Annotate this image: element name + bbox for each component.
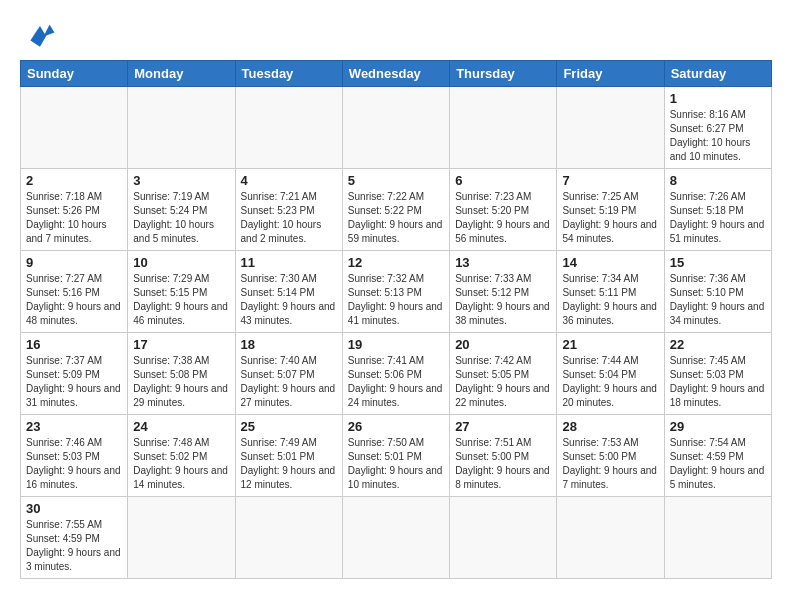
day-info: Sunrise: 7:40 AM Sunset: 5:07 PM Dayligh… [241,354,337,410]
weekday-header-friday: Friday [557,61,664,87]
day-info: Sunrise: 7:25 AM Sunset: 5:19 PM Dayligh… [562,190,658,246]
calendar-cell: 19Sunrise: 7:41 AM Sunset: 5:06 PM Dayli… [342,333,449,415]
calendar-cell: 14Sunrise: 7:34 AM Sunset: 5:11 PM Dayli… [557,251,664,333]
calendar-cell [342,497,449,579]
day-info: Sunrise: 7:38 AM Sunset: 5:08 PM Dayligh… [133,354,229,410]
day-number: 24 [133,419,229,434]
day-number: 28 [562,419,658,434]
calendar-cell: 9Sunrise: 7:27 AM Sunset: 5:16 PM Daylig… [21,251,128,333]
calendar-cell: 1Sunrise: 8:16 AM Sunset: 6:27 PM Daylig… [664,87,771,169]
day-number: 25 [241,419,337,434]
day-info: Sunrise: 7:46 AM Sunset: 5:03 PM Dayligh… [26,436,122,492]
calendar-cell: 5Sunrise: 7:22 AM Sunset: 5:22 PM Daylig… [342,169,449,251]
calendar-cell: 11Sunrise: 7:30 AM Sunset: 5:14 PM Dayli… [235,251,342,333]
calendar-cell [342,87,449,169]
calendar-cell: 2Sunrise: 7:18 AM Sunset: 5:26 PM Daylig… [21,169,128,251]
weekday-header-tuesday: Tuesday [235,61,342,87]
calendar-cell [235,497,342,579]
calendar-cell: 20Sunrise: 7:42 AM Sunset: 5:05 PM Dayli… [450,333,557,415]
calendar-cell [21,87,128,169]
svg-marker-0 [30,24,54,46]
weekday-header-thursday: Thursday [450,61,557,87]
calendar-cell: 21Sunrise: 7:44 AM Sunset: 5:04 PM Dayli… [557,333,664,415]
calendar-cell [557,497,664,579]
day-info: Sunrise: 7:37 AM Sunset: 5:09 PM Dayligh… [26,354,122,410]
calendar-cell [664,497,771,579]
day-info: Sunrise: 7:27 AM Sunset: 5:16 PM Dayligh… [26,272,122,328]
day-info: Sunrise: 7:45 AM Sunset: 5:03 PM Dayligh… [670,354,766,410]
day-number: 18 [241,337,337,352]
day-number: 2 [26,173,122,188]
day-info: Sunrise: 7:18 AM Sunset: 5:26 PM Dayligh… [26,190,122,246]
calendar-cell [450,497,557,579]
day-number: 4 [241,173,337,188]
day-info: Sunrise: 7:49 AM Sunset: 5:01 PM Dayligh… [241,436,337,492]
calendar-cell [235,87,342,169]
calendar-cell [128,87,235,169]
week-row-0: 1Sunrise: 8:16 AM Sunset: 6:27 PM Daylig… [21,87,772,169]
day-number: 29 [670,419,766,434]
day-info: Sunrise: 7:41 AM Sunset: 5:06 PM Dayligh… [348,354,444,410]
week-row-1: 2Sunrise: 7:18 AM Sunset: 5:26 PM Daylig… [21,169,772,251]
calendar-cell: 3Sunrise: 7:19 AM Sunset: 5:24 PM Daylig… [128,169,235,251]
calendar-cell: 13Sunrise: 7:33 AM Sunset: 5:12 PM Dayli… [450,251,557,333]
logo-bird-icon [24,18,56,50]
day-info: Sunrise: 7:53 AM Sunset: 5:00 PM Dayligh… [562,436,658,492]
calendar-cell [450,87,557,169]
header [20,18,772,50]
calendar-table: SundayMondayTuesdayWednesdayThursdayFrid… [20,60,772,579]
day-info: Sunrise: 7:32 AM Sunset: 5:13 PM Dayligh… [348,272,444,328]
week-row-5: 30Sunrise: 7:55 AM Sunset: 4:59 PM Dayli… [21,497,772,579]
day-info: Sunrise: 7:36 AM Sunset: 5:10 PM Dayligh… [670,272,766,328]
day-info: Sunrise: 7:22 AM Sunset: 5:22 PM Dayligh… [348,190,444,246]
day-info: Sunrise: 7:42 AM Sunset: 5:05 PM Dayligh… [455,354,551,410]
day-number: 19 [348,337,444,352]
calendar-cell: 28Sunrise: 7:53 AM Sunset: 5:00 PM Dayli… [557,415,664,497]
day-number: 17 [133,337,229,352]
day-number: 20 [455,337,551,352]
calendar-cell [557,87,664,169]
weekday-header-saturday: Saturday [664,61,771,87]
calendar-cell: 24Sunrise: 7:48 AM Sunset: 5:02 PM Dayli… [128,415,235,497]
day-info: Sunrise: 7:51 AM Sunset: 5:00 PM Dayligh… [455,436,551,492]
day-info: Sunrise: 7:23 AM Sunset: 5:20 PM Dayligh… [455,190,551,246]
day-info: Sunrise: 7:54 AM Sunset: 4:59 PM Dayligh… [670,436,766,492]
day-number: 23 [26,419,122,434]
calendar-cell: 23Sunrise: 7:46 AM Sunset: 5:03 PM Dayli… [21,415,128,497]
day-info: Sunrise: 7:48 AM Sunset: 5:02 PM Dayligh… [133,436,229,492]
day-number: 1 [670,91,766,106]
week-row-3: 16Sunrise: 7:37 AM Sunset: 5:09 PM Dayli… [21,333,772,415]
calendar-cell: 6Sunrise: 7:23 AM Sunset: 5:20 PM Daylig… [450,169,557,251]
day-info: Sunrise: 7:34 AM Sunset: 5:11 PM Dayligh… [562,272,658,328]
day-number: 5 [348,173,444,188]
calendar-cell: 18Sunrise: 7:40 AM Sunset: 5:07 PM Dayli… [235,333,342,415]
calendar-cell: 25Sunrise: 7:49 AM Sunset: 5:01 PM Dayli… [235,415,342,497]
day-info: Sunrise: 7:26 AM Sunset: 5:18 PM Dayligh… [670,190,766,246]
day-number: 27 [455,419,551,434]
calendar-cell: 27Sunrise: 7:51 AM Sunset: 5:00 PM Dayli… [450,415,557,497]
day-number: 21 [562,337,658,352]
day-info: Sunrise: 7:21 AM Sunset: 5:23 PM Dayligh… [241,190,337,246]
day-number: 26 [348,419,444,434]
weekday-header-sunday: Sunday [21,61,128,87]
calendar-cell: 8Sunrise: 7:26 AM Sunset: 5:18 PM Daylig… [664,169,771,251]
day-number: 30 [26,501,122,516]
day-number: 15 [670,255,766,270]
week-row-2: 9Sunrise: 7:27 AM Sunset: 5:16 PM Daylig… [21,251,772,333]
day-number: 8 [670,173,766,188]
calendar-cell: 10Sunrise: 7:29 AM Sunset: 5:15 PM Dayli… [128,251,235,333]
day-info: Sunrise: 8:16 AM Sunset: 6:27 PM Dayligh… [670,108,766,164]
calendar-cell: 29Sunrise: 7:54 AM Sunset: 4:59 PM Dayli… [664,415,771,497]
day-number: 22 [670,337,766,352]
day-number: 12 [348,255,444,270]
week-row-4: 23Sunrise: 7:46 AM Sunset: 5:03 PM Dayli… [21,415,772,497]
calendar-cell: 4Sunrise: 7:21 AM Sunset: 5:23 PM Daylig… [235,169,342,251]
day-number: 16 [26,337,122,352]
calendar-cell: 12Sunrise: 7:32 AM Sunset: 5:13 PM Dayli… [342,251,449,333]
weekday-header-monday: Monday [128,61,235,87]
calendar-cell [128,497,235,579]
calendar-cell: 22Sunrise: 7:45 AM Sunset: 5:03 PM Dayli… [664,333,771,415]
day-number: 11 [241,255,337,270]
calendar-cell: 7Sunrise: 7:25 AM Sunset: 5:19 PM Daylig… [557,169,664,251]
day-info: Sunrise: 7:55 AM Sunset: 4:59 PM Dayligh… [26,518,122,574]
